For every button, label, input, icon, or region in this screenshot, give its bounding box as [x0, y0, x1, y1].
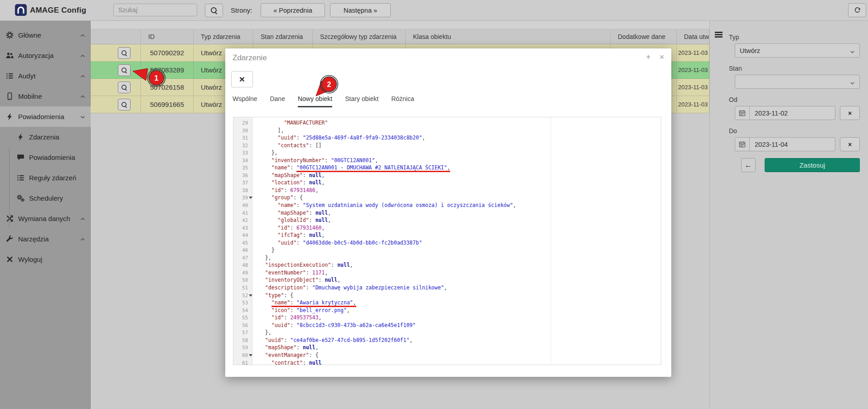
close-icon[interactable]: ×: [659, 53, 664, 61]
column-header-stan-zdarzenia[interactable]: Stan zdarzenia: [253, 29, 313, 44]
row-created-cell: 2023-11-03: [677, 62, 709, 79]
row-id-cell: 507083289: [141, 62, 194, 79]
row-details-button[interactable]: [118, 99, 131, 111]
sidebar-item-wymiana-danych[interactable]: Wymiana danych: [0, 208, 91, 229]
code-text: }: [259, 246, 275, 254]
code-text: "contacts": []: [259, 142, 322, 149]
chevron-up-icon: [80, 73, 86, 79]
back-button[interactable]: ←: [741, 158, 756, 172]
do-label: Do: [729, 127, 737, 135]
apply-button[interactable]: Zastosuj: [765, 158, 860, 172]
line-number: 35: [233, 164, 248, 172]
line-number: 30: [233, 127, 248, 135]
wrench-icon: [6, 235, 14, 243]
code-text: "description": "Dmuchawę wybija zabezpie…: [259, 284, 447, 292]
od-date-value: 2023-11-02: [750, 110, 788, 117]
line-number: 52: [233, 292, 248, 299]
column-header-szczeg-owy-typ-zdarzenia[interactable]: Szczegółowy typ zdarzenia: [313, 29, 406, 44]
typ-select[interactable]: Utwórz: [735, 43, 860, 58]
collapse-caret-icon[interactable]: [249, 354, 252, 356]
sidebar-item-label: Narzędzia: [18, 235, 49, 243]
sidebar-item-wyloguj[interactable]: Wyloguj: [0, 249, 91, 269]
sidebar-item-audyt[interactable]: Audyt: [0, 66, 91, 86]
code-line-52: 52 "type": {: [233, 292, 661, 299]
code-text: "name": "System uzdatniania wody (odwróc…: [259, 202, 516, 209]
do-clear-button[interactable]: ×: [840, 137, 860, 151]
line-number: 31: [233, 134, 248, 142]
od-date-input[interactable]: 2023-11-02: [735, 106, 835, 120]
collapse-caret-icon[interactable]: [249, 294, 252, 297]
row-created-cell: 2023-11-03: [677, 44, 709, 62]
line-number: 49: [233, 269, 248, 277]
code-text: "eventNumber": 1171,: [259, 269, 328, 277]
sidebar-item-narz-dzia[interactable]: Narzędzia: [0, 229, 91, 249]
dialog-close-button[interactable]: ×: [231, 71, 253, 87]
bolt-icon: [17, 133, 24, 141]
code-line-58: 58 "uuid": "ce4af0be-e527-47cd-b895-1d5f…: [233, 337, 661, 344]
sidebar-item-zdarzenia[interactable]: Zdarzenia: [0, 127, 91, 147]
line-number: 34: [233, 157, 248, 164]
code-text: "uuid": "ce4af0be-e527-47cd-b895-1d5f202…: [259, 337, 412, 344]
json-code-viewer[interactable]: 29 "MANUFACTURER"30 ],31 "uuid": "25d88e…: [233, 117, 661, 365]
code-line-44: 44 "ifcTag": null,: [233, 231, 661, 239]
search-input[interactable]: [113, 4, 197, 16]
row-details-button[interactable]: [118, 82, 131, 93]
code-line-47: 47 },: [233, 254, 661, 262]
app-title: AMAGE Config: [30, 0, 86, 20]
calendar-icon: [735, 106, 750, 120]
code-text: "mapShape": null,: [259, 344, 319, 351]
code-text: "eventManager": {: [259, 351, 319, 359]
tab-nowy-obiekt[interactable]: Nowy obiekt: [298, 95, 332, 107]
refresh-button[interactable]: [848, 3, 866, 17]
tab-stary-obiekt[interactable]: Stary obiekt: [345, 95, 378, 107]
column-header-id[interactable]: ID: [141, 29, 194, 44]
column-header-actions: [91, 29, 141, 44]
list-icon: [17, 174, 24, 182]
code-line-55: 55 "id": 249537543,: [233, 314, 661, 322]
next-page-button[interactable]: Następna »: [330, 3, 391, 17]
od-clear-button[interactable]: ×: [840, 106, 860, 120]
row-details-button[interactable]: [118, 64, 131, 76]
column-header-dodatkowe-dane[interactable]: Dodatkowe dane: [611, 29, 677, 44]
line-number: 29: [233, 119, 248, 127]
code-text: },: [259, 149, 278, 157]
line-number: 44: [233, 231, 248, 239]
code-line-31: 31 "uuid": "25d88e5a-469f-4a8f-9fa9-2334…: [233, 134, 661, 142]
code-text: "mapShape": null,: [259, 172, 325, 179]
column-menu-icon[interactable]: [715, 32, 723, 38]
code-text: "mapShape": null,: [259, 209, 331, 217]
tab-wsp-lne[interactable]: Wspólne: [233, 95, 257, 107]
sidebar-item-powiadomienia[interactable]: Powiadomienia: [0, 106, 91, 127]
sidebar-item-schedulery[interactable]: Schedulery: [0, 188, 91, 208]
sidebar-item-regu-y-zdarze[interactable]: Reguły zdarzeń: [0, 168, 91, 188]
code-line-45: 45 "uuid": "d4063dde-b0c5-4b0d-bb0c-fc2b…: [233, 239, 661, 247]
column-header-typ-zdarzenia[interactable]: Typ zdarzenia: [194, 29, 253, 44]
code-text: "inspectionExecution": null,: [259, 261, 353, 269]
magnifier-icon: [121, 102, 127, 108]
search-button[interactable]: [205, 4, 223, 17]
row-details-button[interactable]: [118, 47, 131, 59]
do-date-input[interactable]: 2023-11-04: [735, 137, 835, 151]
sidebar-item-g-wne[interactable]: Główne: [0, 25, 91, 45]
code-lines: 29 "MANUFACTURER"30 ],31 "uuid": "25d88e…: [233, 119, 661, 365]
previous-page-button[interactable]: « Poprzednia: [261, 3, 325, 17]
sidebar-item-label: Wyloguj: [18, 255, 42, 263]
sidebar-item-label: Zdarzenia: [29, 133, 59, 141]
collapse-caret-icon[interactable]: [249, 197, 252, 199]
sidebar-item-powiadomienia[interactable]: Powiadomienia: [0, 147, 91, 168]
column-header-data-utwo[interactable]: Data utwo: [677, 29, 709, 44]
od-label: Od: [729, 96, 737, 103]
code-line-40: 40 "name": "System uzdatniania wody (odw…: [233, 202, 661, 209]
sidebar-item-mobilne[interactable]: Mobilne: [0, 86, 91, 106]
stan-select[interactable]: [735, 75, 860, 89]
table-header: IDTyp zdarzeniaStan zdarzeniaSzczegółowy…: [91, 29, 709, 44]
column-header-klasa-obiektu[interactable]: Klasa obiektu: [406, 29, 611, 44]
users-icon: [6, 52, 14, 59]
tab-r-nica[interactable]: Różnica: [391, 95, 414, 107]
maximize-icon[interactable]: +: [646, 53, 651, 61]
code-text: "id": 67931486,: [259, 187, 319, 194]
code-text: "id": 67931460,: [259, 224, 325, 232]
code-line-38: 38 "id": 67931486,: [233, 187, 661, 194]
tab-dane[interactable]: Dane: [270, 95, 285, 107]
sidebar-item-autoryzacja[interactable]: Autoryzacja: [0, 45, 91, 66]
